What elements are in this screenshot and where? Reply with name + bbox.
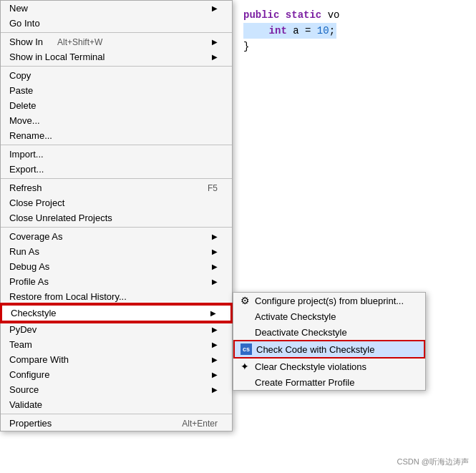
- arrow-icon-pydev: ▶: [212, 326, 218, 333]
- code-editor: public static vo int a = 10; }: [236, 0, 476, 473]
- menu-item-checkstyle[interactable]: Checkstyle ▶: [1, 304, 232, 322]
- arrow-icon-show-in: ▶: [212, 38, 218, 46]
- arrow-icon-checkstyle: ▶: [210, 309, 216, 317]
- submenu-item-create-formatter[interactable]: Create Formatter Profile: [233, 374, 425, 390]
- arrow-icon-new: ▶: [212, 4, 218, 12]
- menu-item-copy[interactable]: Copy: [1, 68, 232, 83]
- shortcut-refresh: F5: [208, 183, 218, 193]
- menu-item-rename[interactable]: Rename...: [1, 128, 232, 143]
- separator-5: [1, 227, 232, 228]
- arrow-icon-configure: ▶: [212, 371, 218, 379]
- arrow-icon-compare: ▶: [212, 356, 218, 364]
- menu-item-debug-as[interactable]: Debug As ▶: [1, 259, 232, 274]
- submenu-item-activate[interactable]: Activate Checkstyle: [233, 308, 425, 324]
- menu-item-profile-as[interactable]: Profile As ▶: [1, 274, 232, 289]
- submenu-item-check-code[interactable]: cs Check Code with Checkstyle: [233, 340, 425, 359]
- submenu-item-configure-blueprint[interactable]: ⚙ Configure project(s) from blueprint...: [233, 293, 425, 308]
- code-brace: }: [243, 41, 249, 52]
- menu-item-properties[interactable]: Properties Alt+Enter: [1, 416, 232, 431]
- gear-icon: ⚙: [239, 295, 251, 306]
- separator-1: [1, 32, 232, 33]
- code-line-3: }: [243, 39, 469, 54]
- code-keyword-static: static: [286, 9, 321, 21]
- menu-item-source[interactable]: Source ▶: [1, 382, 232, 397]
- arrow-icon-debug: ▶: [212, 263, 218, 270]
- menu-item-go-into[interactable]: Go Into: [1, 16, 232, 31]
- deactivate-icon: [239, 326, 251, 338]
- star-icon: ✦: [239, 361, 251, 372]
- menu-item-move[interactable]: Move...: [1, 113, 232, 128]
- menu-item-validate[interactable]: Validate: [1, 397, 232, 412]
- checkstyle-submenu: ⚙ Configure project(s) from blueprint...…: [233, 292, 426, 391]
- context-menu: New ▶ Go Into Show In Alt+Shift+W ▶ Show…: [0, 0, 233, 431]
- code-type-int: int: [269, 25, 287, 36]
- code-line-2: int a = 10;: [243, 23, 469, 39]
- watermark: CSDN @听海边涛声: [397, 457, 469, 467]
- menu-item-team[interactable]: Team ▶: [1, 337, 232, 352]
- menu-item-run-as[interactable]: Run As ▶: [1, 244, 232, 259]
- code-text-2: vo: [328, 9, 340, 21]
- menu-item-show-local-terminal[interactable]: Show in Local Terminal ▶: [1, 49, 232, 64]
- arrow-icon-terminal: ▶: [212, 53, 218, 61]
- separator-4: [1, 178, 232, 179]
- menu-item-restore-history[interactable]: Restore from Local History...: [1, 289, 232, 304]
- code-highlight-line: int a = 10;: [243, 23, 336, 39]
- separator-3: [1, 145, 232, 145]
- arrow-icon-coverage: ▶: [212, 233, 218, 240]
- menu-item-pydev[interactable]: PyDev ▶: [1, 322, 232, 337]
- code-line-1: public static vo: [243, 7, 469, 23]
- menu-item-new[interactable]: New ▶: [1, 1, 232, 16]
- separator-6: [1, 414, 232, 414]
- menu-item-configure[interactable]: Configure ▶: [1, 367, 232, 382]
- shortcut-show-in: Alt+Shift+W: [57, 37, 102, 47]
- menu-item-show-in[interactable]: Show In Alt+Shift+W ▶: [1, 34, 232, 49]
- menu-item-import[interactable]: Import...: [1, 147, 232, 162]
- menu-item-refresh[interactable]: Refresh F5: [1, 180, 232, 195]
- cs-icon: cs: [241, 343, 252, 355]
- menu-item-delete[interactable]: Delete: [1, 98, 232, 113]
- arrow-icon-team: ▶: [212, 341, 218, 348]
- activate-icon: [239, 311, 251, 322]
- submenu-item-clear-violations[interactable]: ✦ Clear Checkstyle violations: [233, 359, 425, 374]
- code-number-10: 10: [317, 25, 329, 36]
- menu-item-export[interactable]: Export...: [1, 162, 232, 177]
- menu-item-close-project[interactable]: Close Project: [1, 195, 232, 210]
- menu-item-coverage-as[interactable]: Coverage As ▶: [1, 229, 232, 244]
- formatter-icon: [239, 376, 251, 388]
- shortcut-properties: Alt+Enter: [182, 419, 218, 429]
- code-keyword-public: public: [243, 9, 279, 21]
- arrow-icon-source: ▶: [212, 386, 218, 394]
- submenu-item-deactivate[interactable]: Deactivate Checkstyle: [233, 324, 425, 340]
- menu-item-compare-with[interactable]: Compare With ▶: [1, 352, 232, 367]
- menu-item-close-unrelated[interactable]: Close Unrelated Projects: [1, 210, 232, 225]
- menu-item-paste[interactable]: Paste: [1, 83, 232, 98]
- arrow-icon-run: ▶: [212, 248, 218, 255]
- arrow-icon-profile: ▶: [212, 278, 218, 286]
- separator-2: [1, 66, 232, 67]
